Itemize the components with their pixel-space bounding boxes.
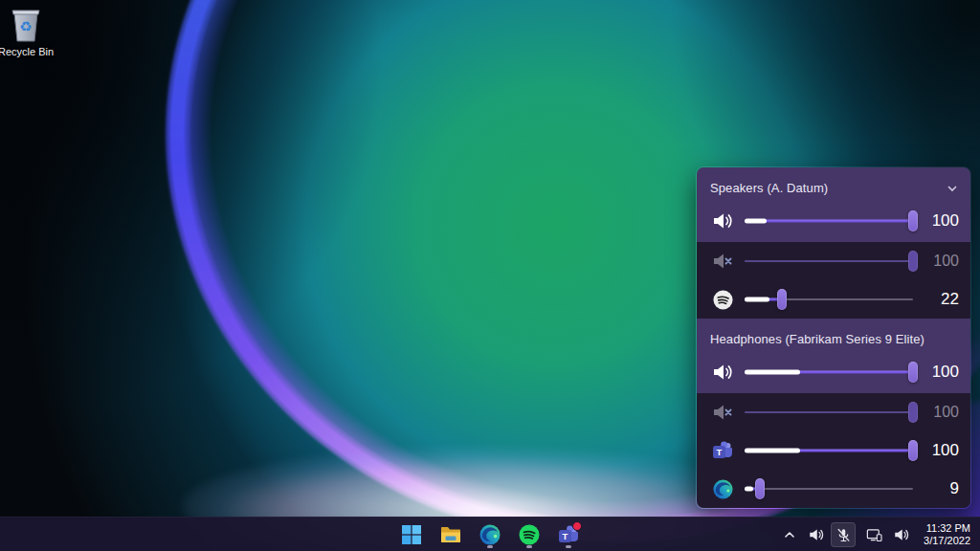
- speaker-icon: [710, 209, 735, 233]
- volume-value: 9: [923, 479, 959, 498]
- headphones-apps-section: 100 T 100: [697, 393, 970, 508]
- speaker-muted-icon: [710, 400, 735, 425]
- svg-text:T: T: [717, 447, 723, 457]
- headphones-header[interactable]: Headphones (Fabrikam Series 9 Elite): [697, 319, 970, 351]
- volume-slider-thumb[interactable]: [908, 402, 918, 423]
- speaker-icon: [808, 526, 825, 543]
- taskbar-app-icons: T: [398, 518, 582, 551]
- volume-value: 22: [923, 290, 959, 309]
- volume-slider[interactable]: [745, 361, 913, 384]
- mic-muted-button[interactable]: [831, 522, 856, 547]
- desktop: ♻ Recycle Bin Speakers (A. Datum): [0, 0, 980, 551]
- file-explorer-icon: [439, 523, 462, 546]
- chevron-up-icon: [783, 528, 796, 541]
- speakers-device-title: Speakers (A. Datum): [710, 181, 828, 195]
- file-explorer-button[interactable]: [437, 520, 464, 549]
- tray-overflow-button[interactable]: [779, 521, 800, 548]
- edge-taskbar-button[interactable]: [477, 520, 503, 549]
- volume-value: 100: [923, 441, 959, 460]
- volume-slider-thumb[interactable]: [908, 210, 918, 231]
- speaker-icon: [710, 360, 735, 385]
- volume-slider[interactable]: [745, 250, 913, 273]
- notification-badge: [572, 521, 582, 531]
- volume-slider[interactable]: [745, 439, 913, 462]
- edge-slider-row: 9: [697, 470, 970, 508]
- volume-slider[interactable]: [745, 477, 913, 500]
- speaker-muted-icon: [710, 249, 735, 274]
- svg-text:♻: ♻: [19, 18, 32, 34]
- headphones-device-title: Headphones (Fabrikam Series 9 Elite): [710, 332, 924, 346]
- running-indicator: [487, 545, 493, 548]
- volume-slider-thumb[interactable]: [908, 251, 918, 272]
- system-muted-slider-row: 100: [697, 242, 970, 280]
- volume-slider[interactable]: [745, 209, 913, 232]
- mic-muted-icon: [835, 527, 852, 543]
- volume-value: 100: [923, 211, 959, 231]
- spotify-slider-row: 22: [697, 280, 970, 319]
- taskbar-clock[interactable]: 11:32 PM 3/17/2022: [924, 522, 970, 547]
- network-volume-group[interactable]: [859, 521, 916, 548]
- headphones-device-section: Headphones (Fabrikam Series 9 Elite) 100: [697, 319, 970, 393]
- cast-display-button[interactable]: [861, 521, 887, 548]
- windows-logo-icon: [401, 524, 422, 545]
- volume-slider[interactable]: [745, 288, 913, 311]
- recycle-bin-label: Recycle Bin: [0, 46, 61, 57]
- headphones-volume-slider-row: 100: [697, 351, 970, 393]
- spotify-icon: [710, 287, 735, 312]
- clock-time: 11:32 PM: [924, 522, 970, 535]
- chevron-down-icon[interactable]: [946, 182, 959, 195]
- call-indicator-group: [802, 521, 858, 548]
- recycle-bin-icon: ♻: [9, 6, 43, 44]
- volume-value: 100: [923, 404, 959, 421]
- speakers-header[interactable]: Speakers (A. Datum): [697, 167, 970, 200]
- system-muted-slider-row: 100: [697, 393, 970, 431]
- volume-slider-thumb[interactable]: [908, 362, 918, 383]
- running-indicator: [566, 545, 571, 548]
- spotify-icon: [518, 523, 541, 546]
- svg-text:T: T: [563, 531, 568, 541]
- volume-mixer-panel: Speakers (A. Datum) 100: [696, 166, 971, 509]
- volume-slider-thumb[interactable]: [755, 478, 765, 499]
- taskbar: T: [0, 517, 980, 551]
- speakers-device-section: Speakers (A. Datum) 100: [697, 167, 970, 242]
- volume-slider-thumb[interactable]: [908, 440, 918, 461]
- volume-value: 100: [923, 363, 959, 382]
- volume-slider-thumb[interactable]: [777, 289, 787, 310]
- volume-value: 100: [923, 253, 959, 270]
- speakers-volume-slider-row: 100: [697, 200, 970, 242]
- volume-slider[interactable]: [745, 401, 913, 424]
- system-tray: 11:32 PM 3/17/2022: [779, 518, 976, 551]
- start-button[interactable]: [398, 520, 425, 549]
- spotify-taskbar-button[interactable]: [516, 520, 543, 549]
- speakers-apps-section: 100 22: [697, 242, 970, 319]
- teams-icon: T: [710, 438, 735, 463]
- running-indicator: [526, 545, 532, 548]
- tray-speaker-button[interactable]: [804, 521, 829, 548]
- clock-date: 3/17/2022: [924, 535, 970, 547]
- edge-icon: [479, 523, 501, 546]
- recycle-bin-shortcut[interactable]: ♻ Recycle Bin: [0, 6, 61, 57]
- teams-slider-row: T 100: [697, 431, 970, 470]
- teams-taskbar-button[interactable]: T: [555, 520, 582, 549]
- tray-volume-button[interactable]: [889, 521, 914, 548]
- edge-icon: [710, 476, 735, 501]
- speaker-icon: [893, 526, 910, 543]
- display-icon: [865, 526, 883, 544]
